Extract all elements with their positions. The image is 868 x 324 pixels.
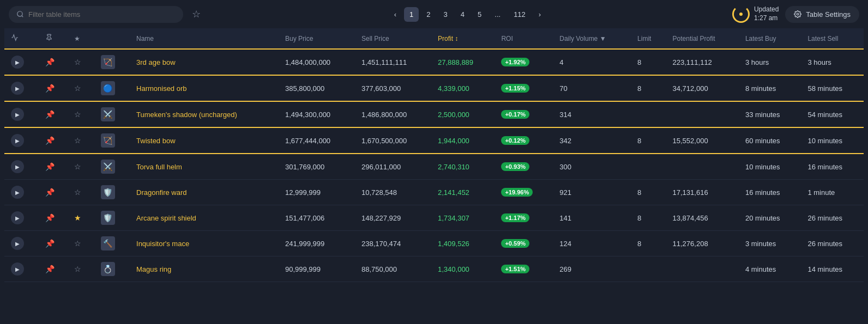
pagination-prev[interactable]: ‹ [389, 7, 402, 22]
expand-button[interactable]: ▶ [11, 108, 24, 121]
expand-button[interactable]: ▶ [11, 262, 24, 276]
item-name[interactable]: Dragonfire ward [136, 188, 187, 197]
latest-sell-cell: 3 hours [801, 49, 864, 75]
item-name[interactable]: Harmonised orb [136, 84, 187, 93]
item-name[interactable]: Twisted bow [136, 137, 176, 145]
col-icon [94, 28, 130, 49]
profit-value: 27,888,889 [438, 58, 473, 66]
col-star: ★ [68, 28, 94, 49]
pin-icon[interactable]: 📌 [45, 213, 55, 222]
item-icon: 🔨 [101, 236, 115, 250]
item-name[interactable]: Tumeken's shadow (uncharged) [136, 111, 237, 119]
table-row: ▶ 📌 ☆ 🛡️ Dragonfire ward 12,999,999 10,7… [4, 180, 864, 205]
expand-button[interactable]: ▶ [11, 134, 24, 147]
col-latest-sell[interactable]: Latest Sell [801, 28, 864, 49]
star-icon[interactable]: ★ [74, 213, 81, 222]
col-daily-volume[interactable]: Daily Volume ▼ [553, 28, 631, 49]
latest-sell-cell: 26 minutes [801, 205, 864, 231]
item-name[interactable]: Magus ring [136, 265, 171, 273]
star-icon[interactable]: ☆ [74, 110, 81, 119]
latest-buy-cell: 3 hours [739, 49, 801, 75]
col-profit[interactable]: Profit ↕ [431, 28, 495, 49]
favorite-filter-button[interactable]: ☆ [190, 6, 203, 22]
item-icon: 💍 [101, 262, 115, 276]
expand-cell: ▶ [4, 127, 39, 154]
pagination-page-3[interactable]: 3 [438, 7, 453, 22]
expand-button[interactable]: ▶ [11, 160, 24, 173]
pin-icon[interactable]: 📌 [45, 239, 55, 248]
sell-price-cell: 377,603,000 [355, 75, 431, 101]
expand-button[interactable]: ▶ [11, 237, 24, 250]
star-icon[interactable]: ☆ [74, 136, 81, 145]
limit-cell: 8 [631, 127, 666, 154]
latest-buy-cell: 8 minutes [739, 75, 801, 101]
potential-profit-cell [666, 256, 739, 282]
profit-cell: 1,409,526 [431, 231, 495, 256]
daily-volume-cell: 124 [553, 231, 631, 256]
profit-value: 2,500,000 [438, 111, 469, 119]
latest-sell-cell: 16 minutes [801, 154, 864, 180]
col-potential-profit[interactable]: Potential Profit [666, 28, 739, 49]
star-icon[interactable]: ☆ [74, 188, 81, 197]
pagination-page-2[interactable]: 2 [421, 7, 436, 22]
pin-icon[interactable]: 📌 [45, 110, 55, 119]
col-buy-price[interactable]: Buy Price [279, 28, 355, 49]
col-sell-price[interactable]: Sell Price [355, 28, 431, 49]
roi-cell: +1.51% [495, 256, 553, 282]
expand-button[interactable]: ▶ [11, 211, 24, 224]
profit-value: 2,141,452 [438, 188, 469, 197]
latest-sell-cell: 58 minutes [801, 75, 864, 101]
col-latest-buy[interactable]: Latest Buy [739, 28, 801, 49]
table-settings-button[interactable]: Table Settings [785, 6, 859, 23]
roi-badge: +0.93% [501, 162, 529, 171]
roi-badge: +0.59% [501, 239, 529, 248]
item-icon: 🏹 [101, 55, 115, 69]
latest-buy-cell: 60 minutes [739, 127, 801, 154]
latest-sell-cell: 54 minutes [801, 101, 864, 127]
expand-button[interactable]: ▶ [11, 82, 24, 95]
icon-cell: ⚔️ [94, 154, 130, 180]
roi-badge: +0.12% [501, 136, 529, 145]
buy-price-cell: 151,477,006 [279, 205, 355, 231]
pin-icon[interactable]: 📌 [45, 188, 55, 197]
col-roi[interactable]: ROI [495, 28, 553, 49]
item-name[interactable]: 3rd age bow [136, 58, 176, 66]
expand-cell: ▶ [4, 231, 39, 256]
roi-cell: +1.17% [495, 205, 553, 231]
search-input[interactable] [28, 10, 176, 19]
pagination-page-5[interactable]: 5 [472, 7, 487, 22]
icon-cell: 🔨 [94, 231, 130, 256]
latest-sell-cell: 14 minutes [801, 256, 864, 282]
expand-button[interactable]: ▶ [11, 56, 24, 69]
expand-cell: ▶ [4, 49, 39, 75]
search-icon [16, 10, 24, 18]
star-icon[interactable]: ☆ [74, 162, 81, 171]
pagination-next[interactable]: › [533, 7, 546, 22]
pin-cell: 📌 [39, 256, 68, 282]
pin-icon[interactable]: 📌 [45, 58, 55, 66]
profit-value: 1,734,307 [438, 214, 469, 222]
star-icon[interactable]: ☆ [74, 58, 81, 66]
pagination-page-1[interactable]: 1 [404, 7, 419, 22]
icon-cell: ⚔️ [94, 101, 130, 127]
pagination-page-112[interactable]: 112 [508, 7, 531, 22]
expand-button[interactable]: ▶ [11, 186, 24, 199]
pin-icon[interactable]: 📌 [45, 265, 55, 273]
sell-price-cell: 10,728,548 [355, 180, 431, 205]
item-name[interactable]: Torva full helm [136, 163, 182, 171]
item-name[interactable]: Arcane spirit shield [136, 214, 196, 222]
potential-profit-cell: 34,712,000 [666, 75, 739, 101]
pin-icon[interactable]: 📌 [45, 162, 55, 171]
col-limit[interactable]: Limit [631, 28, 666, 49]
col-name[interactable]: Name [130, 28, 279, 49]
pin-icon[interactable]: 📌 [45, 136, 55, 145]
star-icon[interactable]: ☆ [74, 84, 81, 93]
limit-cell: 8 [631, 75, 666, 101]
pagination-page-4[interactable]: 4 [455, 7, 470, 22]
item-name[interactable]: Inquisitor's mace [136, 240, 189, 248]
pagination: ‹ 1 2 3 4 5 ... 112 › [209, 7, 726, 22]
pin-icon[interactable]: 📌 [45, 84, 55, 93]
star-icon[interactable]: ☆ [74, 265, 81, 273]
roi-badge: +1.17% [501, 213, 529, 222]
star-icon[interactable]: ☆ [74, 239, 81, 248]
